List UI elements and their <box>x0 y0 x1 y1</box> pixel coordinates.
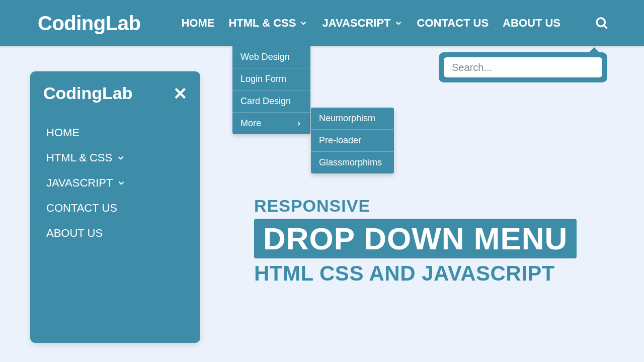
hero-line1: RESPONSIVE <box>254 196 577 216</box>
hero: RESPONSIVE DROP DOWN MENU HTML CSS AND J… <box>254 196 577 286</box>
sidebar-item-label: JAVASCRIPT <box>46 176 113 190</box>
svg-line-1 <box>604 26 607 29</box>
brand-logo: CodingLab <box>38 12 140 35</box>
submenu-neumorphism[interactable]: Neumorphism <box>311 108 394 129</box>
dropdown-more[interactable]: More <box>232 112 310 134</box>
sidebar-logo: CodingLab <box>43 83 133 103</box>
nav-items: HOME HTML & CSS JAVASCRIPT CONTACT US AB… <box>181 16 609 30</box>
submenu-preloader[interactable]: Pre-loader <box>311 129 394 151</box>
sidebar-item-label: HOME <box>46 126 79 139</box>
dropdown-more-label: More <box>240 118 261 129</box>
sidebar-item-about[interactable]: ABOUT US <box>43 221 187 246</box>
dropdown-htmlcss: Web Design Login Form Card Design More <box>232 46 310 134</box>
sidebar: CodingLab ✕ HOME HTML & CSS JAVASCRIPT C… <box>30 71 200 343</box>
nav-home-label: HOME <box>181 17 214 30</box>
sidebar-item-htmlcss[interactable]: HTML & CSS <box>43 145 187 170</box>
hero-line2: DROP DOWN MENU <box>254 219 577 258</box>
submenu-more: Neumorphism Pre-loader Glassmorphims <box>311 108 394 173</box>
dropdown-web-design-label: Web Design <box>240 52 290 62</box>
search-input[interactable] <box>444 57 602 77</box>
top-navbar: CodingLab HOME HTML & CSS JAVASCRIPT CON… <box>0 0 644 46</box>
chevron-right-icon <box>295 120 302 127</box>
sidebar-header: CodingLab ✕ <box>43 83 187 103</box>
submenu-glassmorphism[interactable]: Glassmorphims <box>311 151 394 173</box>
sidebar-item-home[interactable]: HOME <box>43 120 187 145</box>
sidebar-item-label: CONTACT US <box>46 202 117 215</box>
dropdown-login-form-label: Login Form <box>240 74 286 84</box>
chevron-down-icon <box>299 19 308 28</box>
sidebar-item-label: ABOUT US <box>46 227 103 240</box>
nav-javascript-label: JAVASCRIPT <box>322 17 390 30</box>
sidebar-item-javascript[interactable]: JAVASCRIPT <box>43 170 187 196</box>
sidebar-item-contact[interactable]: CONTACT US <box>43 196 187 221</box>
svg-point-0 <box>597 18 605 26</box>
nav-about-label: ABOUT US <box>503 17 560 30</box>
hero-line3: HTML CSS AND JAVASCRIPT <box>254 261 577 286</box>
nav-contact-label: CONTACT US <box>417 17 489 30</box>
dropdown-card-design-label: Card Design <box>240 96 291 107</box>
nav-htmlcss-label: HTML & CSS <box>228 17 296 30</box>
nav-htmlcss[interactable]: HTML & CSS <box>228 17 308 30</box>
dropdown-login-form[interactable]: Login Form <box>232 68 310 90</box>
dropdown-web-design[interactable]: Web Design <box>232 46 310 68</box>
close-icon[interactable]: ✕ <box>173 85 187 102</box>
dropdown-card-design[interactable]: Card Design <box>232 90 310 112</box>
nav-contact[interactable]: CONTACT US <box>417 17 489 30</box>
nav-about[interactable]: ABOUT US <box>503 17 560 30</box>
nav-javascript[interactable]: JAVASCRIPT <box>322 17 403 30</box>
nav-home[interactable]: HOME <box>181 17 214 30</box>
sidebar-item-label: HTML & CSS <box>46 151 112 164</box>
chevron-down-icon <box>116 153 125 162</box>
chevron-down-icon <box>394 19 403 28</box>
search-icon[interactable] <box>595 16 609 30</box>
chevron-down-icon <box>117 178 126 188</box>
search-box <box>439 52 607 82</box>
